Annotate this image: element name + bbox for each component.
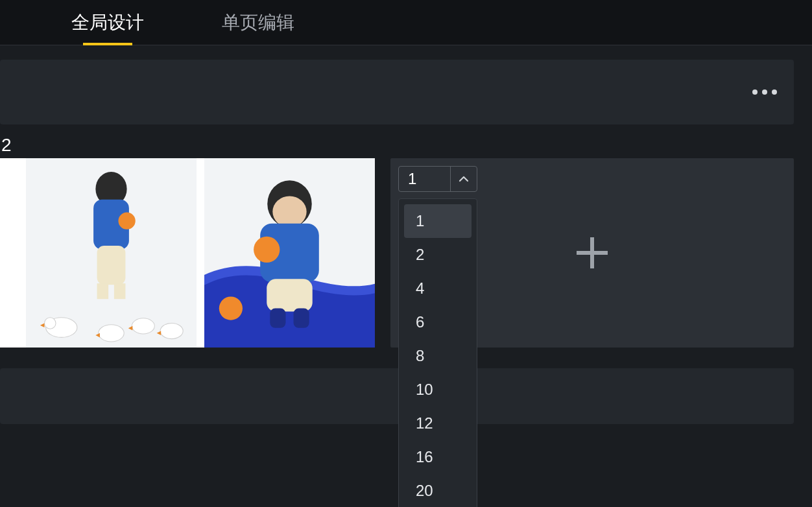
count-option[interactable]: 20 xyxy=(404,474,472,507)
photo-slot[interactable] xyxy=(0,158,375,348)
svg-rect-4 xyxy=(97,283,109,299)
count-select-value: 1 xyxy=(399,167,451,191)
top-panel xyxy=(0,60,794,124)
count-option[interactable]: 6 xyxy=(404,305,472,339)
count-option[interactable]: 1 xyxy=(404,204,472,238)
svg-point-24 xyxy=(219,296,243,320)
svg-point-6 xyxy=(118,213,135,230)
count-option[interactable]: 10 xyxy=(404,373,472,407)
section-number-label: 2 xyxy=(1,135,812,156)
svg-rect-21 xyxy=(270,309,285,328)
photo-thumbnail[interactable] xyxy=(204,158,375,348)
count-option[interactable]: 2 xyxy=(404,238,472,272)
count-dropdown: 1246810121620 xyxy=(398,198,477,507)
count-option[interactable]: 16 xyxy=(404,440,472,474)
svg-rect-22 xyxy=(294,309,309,328)
more-icon xyxy=(752,89,758,95)
tab-single-page-edit[interactable]: 单页编辑 xyxy=(222,0,294,45)
svg-point-23 xyxy=(254,237,280,263)
svg-point-18 xyxy=(272,196,306,227)
count-option[interactable]: 4 xyxy=(404,272,472,305)
svg-point-12 xyxy=(132,318,154,334)
count-select-wrap: 1 1246810121620 xyxy=(398,166,477,192)
svg-rect-5 xyxy=(114,283,126,299)
svg-point-8 xyxy=(44,318,56,329)
tab-global-design[interactable]: 全局设计 xyxy=(71,0,144,45)
photo-thumbnail[interactable] xyxy=(26,158,197,348)
plus-icon xyxy=(577,237,608,268)
count-select[interactable]: 1 xyxy=(398,166,477,192)
tab-bar: 全局设计 单页编辑 xyxy=(0,0,812,45)
more-menu-button[interactable] xyxy=(752,89,777,95)
svg-rect-3 xyxy=(97,246,126,285)
more-icon xyxy=(772,89,777,95)
svg-point-14 xyxy=(160,323,183,338)
count-option[interactable]: 12 xyxy=(404,407,472,440)
svg-rect-20 xyxy=(267,279,312,311)
bottom-panel xyxy=(0,368,794,424)
svg-point-10 xyxy=(99,325,124,342)
count-option[interactable]: 8 xyxy=(404,339,472,373)
chevron-up-icon xyxy=(451,167,477,191)
photo-slot-margin xyxy=(0,158,26,348)
add-photo-slot[interactable]: 1 1246810121620 xyxy=(390,158,794,348)
more-icon xyxy=(762,89,767,95)
content-row: 1 1246810121620 xyxy=(0,158,794,348)
